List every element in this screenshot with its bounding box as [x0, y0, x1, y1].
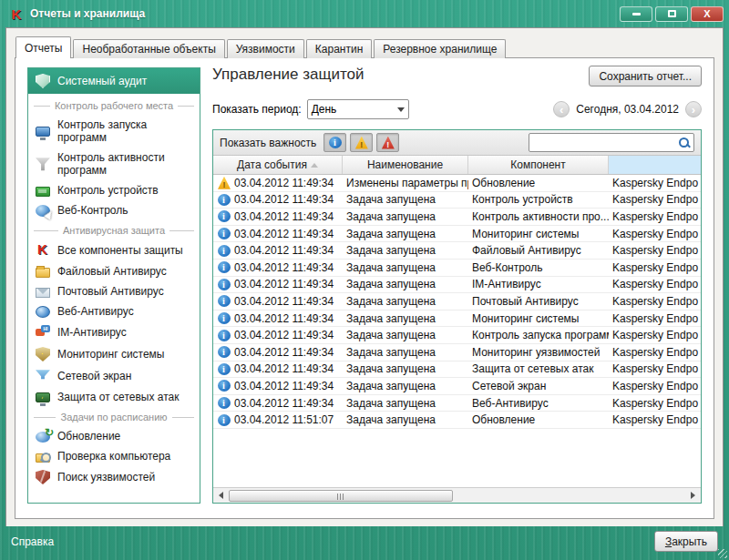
date-label: Сегодня, 03.04.2012 [576, 103, 679, 116]
table-row[interactable]: 03.04.2012 11:49:34 Задача запущена Мони… [213, 226, 701, 243]
window-title: Отчеты и хранилища [30, 7, 620, 20]
info-icon [218, 346, 231, 358]
sidebar-item[interactable]: Контроль устройств [28, 180, 200, 200]
mail-icon [36, 288, 50, 298]
table-row[interactable]: 03.04.2012 11:49:34 Задача запущена Конт… [213, 327, 701, 344]
warning-icon [355, 137, 368, 149]
table-row[interactable]: 03.04.2012 11:49:34 Задача запущена Веб-… [213, 260, 701, 277]
kaspersky-logo-icon: K [8, 5, 25, 22]
sidebar-item[interactable]: Сетевой экран [28, 365, 200, 387]
period-select[interactable]: День [307, 99, 409, 119]
warning-filter-button[interactable] [350, 133, 373, 152]
folder-search-icon [36, 453, 50, 463]
sidebar-item[interactable]: IM-Антивирус [28, 321, 200, 343]
tab[interactable]: Резервное хранилище [374, 39, 506, 58]
close-window-button[interactable]: X [691, 6, 724, 22]
im-icon [36, 325, 50, 340]
sidebar-item[interactable]: Мониторинг системы [28, 343, 200, 365]
search-box [529, 133, 694, 152]
table-row[interactable]: 03.04.2012 11:49:34 Задача запущена Файл… [213, 242, 701, 260]
arrow-left-icon [219, 492, 223, 499]
tab-content-panel: Системный аудит Контроль рабочего места … [15, 57, 714, 519]
horizontal-scrollbar [213, 487, 701, 503]
monitor-icon [36, 127, 50, 137]
close-dialog-button[interactable]: Закрыть [654, 531, 718, 552]
tab[interactable]: Карантин [306, 39, 372, 58]
scroll-left-button[interactable] [213, 488, 229, 503]
info-icon [218, 397, 231, 409]
app-window: K Отчеты и хранилища X ОтчетыНеобработан… [0, 0, 729, 560]
table-row[interactable]: 03.04.2012 11:49:34 Задача запущена IM-А… [213, 277, 701, 294]
tab[interactable]: Необработанные объекты [73, 39, 224, 58]
scroll-right-button[interactable] [685, 488, 701, 503]
resize-grip[interactable] [718, 549, 727, 558]
info-icon [218, 414, 231, 426]
save-report-button[interactable]: Сохранить отчет... [589, 66, 702, 87]
globe-icon [36, 306, 50, 318]
period-label: Показать период: [212, 103, 302, 116]
sidebar-item[interactable]: Контроль запуска программ [28, 115, 200, 148]
table-row[interactable]: 03.04.2012 11:49:34 Задача запущена Почт… [213, 293, 701, 311]
info-icon [218, 363, 231, 375]
search-input[interactable] [532, 137, 678, 149]
info-icon [218, 261, 231, 273]
sidebar-item[interactable]: Веб-Контроль [28, 200, 200, 220]
table-row[interactable]: 03.04.2012 11:49:34 Задача запущена Защи… [213, 361, 701, 379]
table-row[interactable]: 03.04.2012 11:49:34 Задача запущена Сете… [213, 378, 701, 395]
events-table-panel: Показать важность Дата события [212, 129, 702, 504]
sidebar-item[interactable]: Веб-Антивирус [28, 301, 200, 321]
help-link[interactable]: Справка [11, 535, 54, 548]
shield-bolt-icon [36, 347, 50, 361]
table-row[interactable]: 03.04.2012 11:49:34 Задача запущена Конт… [213, 192, 701, 209]
tab[interactable]: Отчеты [15, 36, 71, 58]
info-icon [218, 194, 231, 206]
tab[interactable]: Уязвимости [227, 39, 304, 58]
column-header-application[interactable] [609, 156, 701, 174]
table-row[interactable]: 03.04.2012 11:49:34 Задача запущена Мони… [213, 311, 701, 328]
period-row: Показать период: День ‹ Сегодня, 03.04.2… [212, 98, 702, 120]
info-icon [218, 245, 231, 257]
date-navigation: ‹ Сегодня, 03.04.2012 › [553, 101, 702, 117]
table-row[interactable]: 03.04.2012 11:49:34 Задача запущена Веб-… [213, 395, 701, 412]
info-icon [218, 210, 231, 222]
sidebar-item[interactable]: Все компоненты защиты [28, 239, 200, 261]
report-category-sidebar: Системный аудит Контроль рабочего места … [27, 67, 200, 504]
sidebar-group-separator: Задачи по расписанию [28, 407, 200, 426]
arrow-right-icon [691, 492, 695, 499]
table-row[interactable]: 03.04.2012 11:49:34 Изменены параметры п… [213, 175, 701, 192]
table-row[interactable]: 03.04.2012 11:49:34 Задача запущена Конт… [213, 209, 701, 226]
scrollbar-thumb[interactable] [229, 490, 453, 502]
sidebar-item[interactable]: Файловый Антивирус [28, 261, 200, 281]
column-header-date[interactable]: Дата события [213, 156, 343, 174]
table-row[interactable]: 03.04.2012 11:51:07 Задача запущена Обно… [213, 412, 701, 429]
table-row[interactable]: 03.04.2012 11:49:34 Задача запущена Мони… [213, 344, 701, 361]
sidebar-item[interactable]: Проверка компьютера [28, 446, 200, 466]
sidebar-item[interactable]: Системный аудит [28, 68, 200, 94]
info-icon [218, 380, 231, 392]
globe-update-icon [36, 432, 50, 443]
column-header-name[interactable]: Наименование [343, 156, 468, 174]
column-header-component[interactable]: Компонент [468, 156, 609, 174]
sidebar-item[interactable]: Обновление [28, 426, 200, 446]
sidebar-group-separator: Антивирусная защита [28, 220, 200, 239]
sidebar-item[interactable]: Защита от сетевых атак [28, 387, 200, 407]
info-icon [218, 330, 231, 341]
info-filter-button[interactable] [323, 133, 346, 152]
next-day-button[interactable]: › [685, 101, 702, 117]
sidebar-item[interactable]: Почтовый Антивирус [28, 281, 200, 301]
critical-icon [382, 137, 395, 149]
critical-filter-button[interactable] [376, 133, 399, 152]
funnel-grey-icon [36, 157, 50, 171]
close-icon: X [703, 9, 710, 19]
minimize-button[interactable] [620, 6, 652, 22]
footer-bar: Справка Закрыть [0, 526, 729, 560]
sidebar-item[interactable]: Контроль активности программ [28, 148, 200, 180]
prev-day-button[interactable]: ‹ [553, 101, 570, 117]
chip-icon [36, 187, 50, 197]
sidebar-item[interactable]: Поиск уязвимостей [28, 466, 200, 488]
main-area: Управление защитой Сохранить отчет... По… [212, 66, 702, 504]
search-icon[interactable] [678, 137, 691, 149]
maximize-button[interactable] [655, 6, 688, 22]
info-icon [329, 137, 342, 148]
severity-label: Показать важность [220, 137, 316, 149]
